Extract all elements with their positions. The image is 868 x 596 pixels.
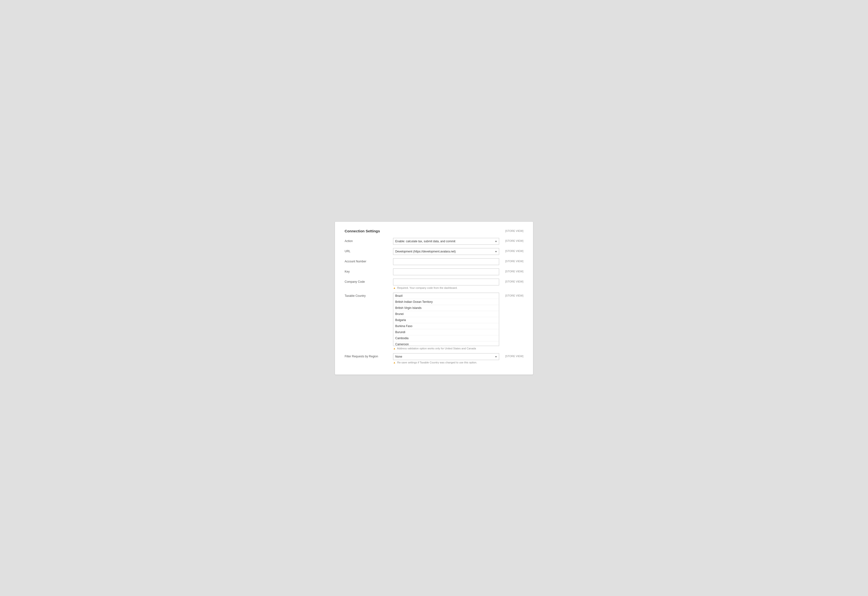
- company-code-control: ▲ Required. Your company code from the d…: [393, 279, 499, 289]
- taxable-country-control: Brazil British Indian Ocean Territory Br…: [393, 293, 499, 350]
- key-label: Key: [345, 268, 393, 273]
- url-select[interactable]: Development (https://development.avalara…: [393, 248, 499, 255]
- url-label: URL: [345, 248, 393, 253]
- taxable-country-row: Taxable Country Brazil British Indian Oc…: [345, 293, 523, 350]
- section-store-view: [STORE VIEW]: [505, 229, 523, 232]
- list-item[interactable]: British Indian Ocean Territory: [393, 299, 499, 305]
- list-item[interactable]: Bulgaria: [393, 317, 499, 323]
- filter-requests-label: Filter Requests by Region: [345, 353, 393, 358]
- taxable-country-warning-icon: ▲: [393, 347, 396, 350]
- list-item[interactable]: British Virgin Islands: [393, 305, 499, 311]
- action-label: Action: [345, 238, 393, 243]
- list-item[interactable]: Burundi: [393, 329, 499, 335]
- filter-requests-store-view: [STORE VIEW]: [499, 353, 523, 358]
- action-control: Enable: calculate tax, submit data, and …: [393, 238, 499, 245]
- list-item[interactable]: Brazil: [393, 293, 499, 299]
- taxable-country-store-view: [STORE VIEW]: [499, 293, 523, 297]
- key-control: [393, 268, 499, 275]
- account-number-store-view: [STORE VIEW]: [499, 258, 523, 263]
- section-title-text: Connection Settings: [345, 229, 380, 233]
- action-select-wrapper: Enable: calculate tax, submit data, and …: [393, 238, 499, 245]
- taxable-country-listbox[interactable]: Brazil British Indian Ocean Territory Br…: [393, 293, 499, 346]
- filter-requests-row: Filter Requests by Region None ▲ Re-save…: [345, 353, 523, 364]
- company-code-warning-icon: ▲: [393, 286, 396, 289]
- taxable-country-label: Taxable Country: [345, 293, 393, 297]
- account-number-control: [393, 258, 499, 265]
- url-store-view: [STORE VIEW]: [499, 248, 523, 253]
- account-number-label: Account Number: [345, 258, 393, 263]
- account-number-row: Account Number [STORE VIEW]: [345, 258, 523, 265]
- section-header: Connection Settings [STORE VIEW]: [345, 229, 523, 233]
- list-item[interactable]: Cambodia: [393, 335, 499, 342]
- action-select[interactable]: Enable: calculate tax, submit data, and …: [393, 238, 499, 245]
- list-item[interactable]: Burkina Faso: [393, 323, 499, 329]
- taxable-country-listbox-container: Brazil British Indian Ocean Territory Br…: [393, 293, 499, 346]
- url-row: URL Development (https://development.ava…: [345, 248, 523, 255]
- company-code-hint: ▲ Required. Your company code from the d…: [393, 286, 499, 289]
- connection-settings-panel: Connection Settings [STORE VIEW] Action …: [335, 222, 533, 375]
- company-code-input[interactable]: [393, 279, 499, 285]
- filter-requests-hint-text: Re-save settings if Taxable Country was …: [397, 361, 477, 364]
- filter-requests-control: None ▲ Re-save settings if Taxable Count…: [393, 353, 499, 364]
- filter-requests-warning-icon: ▲: [393, 361, 396, 364]
- list-item[interactable]: Cameroon: [393, 342, 499, 346]
- key-store-view: [STORE VIEW]: [499, 268, 523, 273]
- company-code-store-view: [STORE VIEW]: [499, 279, 523, 283]
- url-control: Development (https://development.avalara…: [393, 248, 499, 255]
- action-store-view: [STORE VIEW]: [499, 238, 523, 242]
- list-item[interactable]: Brunei: [393, 311, 499, 317]
- url-select-wrapper: Development (https://development.avalara…: [393, 248, 499, 255]
- taxable-country-hint: ▲ Address validation option works only f…: [393, 347, 499, 350]
- filter-requests-select-wrapper: None: [393, 353, 499, 360]
- account-number-input[interactable]: [393, 258, 499, 265]
- company-code-label: Company Code: [345, 279, 393, 284]
- action-row: Action Enable: calculate tax, submit dat…: [345, 238, 523, 245]
- filter-requests-hint: ▲ Re-save settings if Taxable Country wa…: [393, 361, 499, 364]
- taxable-country-hint-text: Address validation option works only for…: [397, 347, 476, 350]
- key-row: Key [STORE VIEW]: [345, 268, 523, 275]
- company-code-row: Company Code ▲ Required. Your company co…: [345, 279, 523, 289]
- key-input[interactable]: [393, 268, 499, 275]
- company-code-hint-text: Required. Your company code from the das…: [397, 286, 458, 289]
- filter-requests-select[interactable]: None: [393, 353, 499, 360]
